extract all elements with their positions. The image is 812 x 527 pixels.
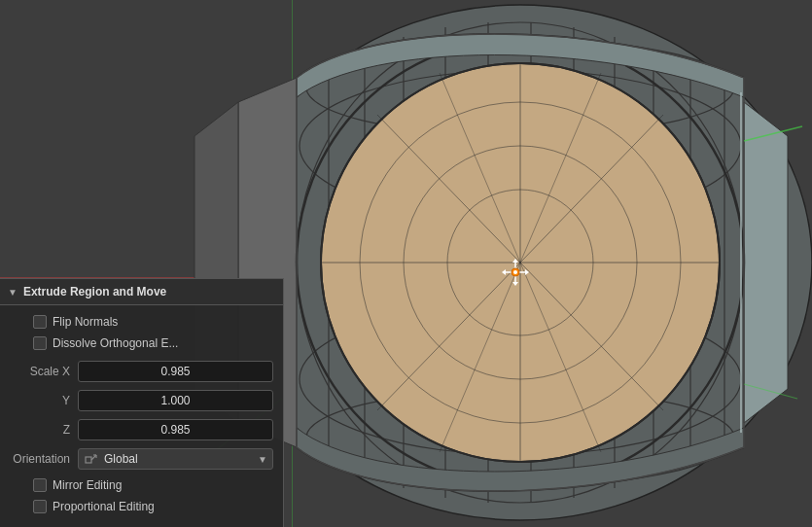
- dissolve-checkbox[interactable]: [33, 336, 47, 350]
- proportional-editing-label[interactable]: Proportional Editing: [33, 500, 155, 513]
- proportional-editing-row: Proportional Editing: [4, 496, 279, 517]
- dissolve-text: Dissolve Orthogonal E...: [53, 336, 178, 350]
- scale-z-input[interactable]: [78, 419, 273, 440]
- scale-z-row: Z: [4, 416, 279, 443]
- orientation-select[interactable]: Global Local Normal Gimbal View Cursor: [78, 448, 273, 470]
- panel-title: Extrude Region and Move: [23, 285, 166, 299]
- scale-z-label: Z: [10, 423, 78, 437]
- scale-x-input[interactable]: [78, 361, 273, 382]
- mirror-editing-row: Mirror Editing: [4, 474, 279, 496]
- panel-header[interactable]: ▼ Extrude Region and Move: [0, 279, 283, 305]
- scale-y-row: Y: [4, 387, 279, 414]
- operator-panel: ▼ Extrude Region and Move Flip Normals D…: [0, 278, 284, 527]
- panel-collapse-arrow: ▼: [8, 287, 18, 298]
- proportional-editing-text: Proportional Editing: [53, 500, 155, 513]
- flip-normals-label[interactable]: Flip Normals: [33, 315, 118, 329]
- flip-normals-checkbox[interactable]: [33, 315, 47, 329]
- flip-normals-row: Flip Normals: [4, 311, 279, 333]
- scale-x-label: Scale X: [10, 365, 78, 378]
- scale-x-row: Scale X: [4, 358, 279, 385]
- orientation-label: Orientation: [10, 452, 78, 466]
- dissolve-row: Dissolve Orthogonal E...: [4, 333, 279, 354]
- mirror-editing-text: Mirror Editing: [53, 478, 122, 492]
- dissolve-label[interactable]: Dissolve Orthogonal E...: [33, 336, 178, 350]
- flip-normals-text: Flip Normals: [53, 315, 118, 329]
- mirror-editing-label[interactable]: Mirror Editing: [33, 478, 122, 492]
- orientation-select-wrapper: Global Local Normal Gimbal View Cursor ▼: [78, 448, 273, 470]
- proportional-editing-checkbox[interactable]: [33, 500, 47, 513]
- scale-y-input[interactable]: [78, 390, 273, 411]
- mirror-editing-checkbox[interactable]: [33, 478, 47, 492]
- svg-point-35: [513, 270, 517, 274]
- panel-body: Flip Normals Dissolve Orthogonal E... Sc…: [0, 305, 283, 521]
- scale-y-label: Y: [10, 394, 78, 407]
- orientation-row: Orientation Global Local Normal Gimbal V…: [4, 445, 279, 473]
